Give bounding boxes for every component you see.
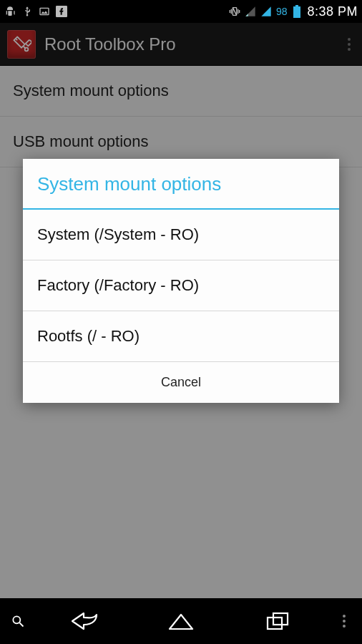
dialog-option[interactable]: Factory (/Factory - RO) bbox=[23, 260, 339, 311]
cancel-button[interactable]: Cancel bbox=[23, 362, 339, 403]
signal-icon bbox=[260, 6, 272, 17]
signal-weak-icon bbox=[245, 6, 256, 17]
svg-rect-9 bbox=[268, 618, 282, 629]
home-button[interactable] bbox=[132, 598, 229, 644]
usb-icon bbox=[21, 6, 33, 17]
svg-point-11 bbox=[343, 615, 346, 618]
nav-overflow-button[interactable] bbox=[326, 598, 362, 644]
svg-line-3 bbox=[233, 8, 236, 16]
svg-point-13 bbox=[343, 625, 346, 628]
dialog-option[interactable]: Rootfs (/ - RO) bbox=[23, 311, 339, 362]
svg-point-12 bbox=[343, 620, 346, 623]
svg-rect-4 bbox=[295, 5, 298, 6]
facebook-icon bbox=[56, 6, 67, 17]
vibrate-icon bbox=[229, 6, 240, 17]
back-button[interactable] bbox=[36, 598, 132, 644]
navigation-bar bbox=[0, 598, 362, 644]
battery-icon bbox=[291, 6, 303, 17]
status-bar: 98 8:38 PM bbox=[0, 0, 362, 23]
dialog-title: System mount options bbox=[23, 159, 339, 208]
svg-rect-5 bbox=[293, 6, 300, 18]
recents-button[interactable] bbox=[230, 598, 326, 644]
system-mount-dialog: System mount options System (/System - R… bbox=[23, 159, 339, 403]
dialog-option[interactable]: System (/System - RO) bbox=[23, 210, 339, 260]
bugdroid-icon bbox=[4, 6, 16, 17]
nav-search-button[interactable] bbox=[0, 598, 36, 644]
svg-line-8 bbox=[20, 623, 24, 627]
svg-point-7 bbox=[13, 616, 20, 623]
battery-percent: 98 bbox=[276, 6, 288, 17]
svg-rect-10 bbox=[273, 613, 288, 625]
picture-icon bbox=[39, 6, 50, 17]
clock: 8:38 PM bbox=[307, 4, 358, 19]
